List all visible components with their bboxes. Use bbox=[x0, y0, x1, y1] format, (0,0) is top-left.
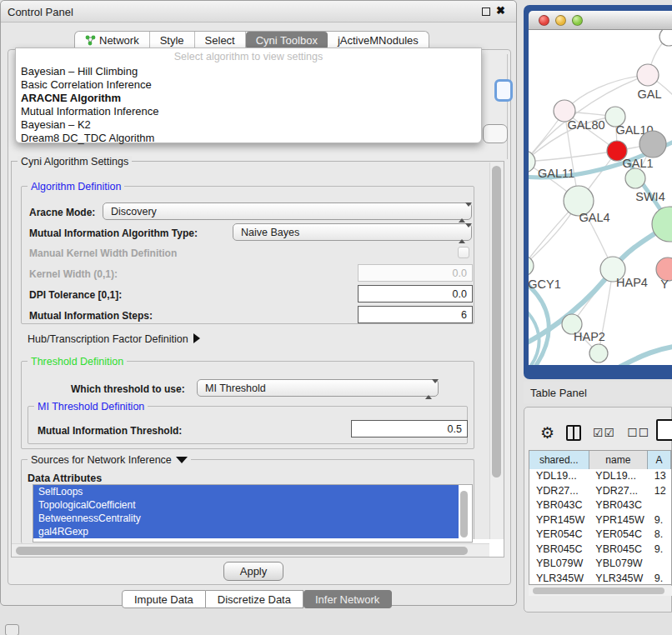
hidden-focused-combo-fragment bbox=[494, 79, 513, 102]
list-scrollbar[interactable] bbox=[460, 491, 468, 538]
settings-vertical-scrollbar[interactable] bbox=[489, 162, 503, 542]
network-node-gal[interactable] bbox=[637, 64, 659, 86]
table-row[interactable]: YER054CYER054C8. bbox=[529, 528, 671, 542]
expand-right-icon bbox=[193, 333, 200, 343]
attribute-list-item[interactable]: gal4RGexp bbox=[33, 525, 459, 538]
kernel-width-label: Kernel Width (0,1): bbox=[29, 268, 118, 280]
bottom-tab-impute-data[interactable]: Impute Data bbox=[122, 590, 206, 608]
network-node-gcy1[interactable] bbox=[529, 256, 534, 276]
which-threshold-combo[interactable]: MI Threshold bbox=[197, 379, 439, 397]
threshold-definition-title: Threshold Definition bbox=[28, 356, 127, 368]
network-node-label: Y bbox=[660, 278, 669, 291]
sources-toggle[interactable]: Sources for Network Inference bbox=[28, 454, 191, 466]
bottom-tab-discretize-data[interactable]: Discretize Data bbox=[206, 590, 303, 608]
table-header-row: shared...nameA bbox=[529, 451, 671, 469]
network-node-swi4[interactable] bbox=[625, 168, 645, 188]
table-cell: 9. bbox=[648, 542, 671, 558]
bottom-tab-bar: Impute DataDiscretize DataInfer Network bbox=[122, 590, 392, 608]
network-node[interactable] bbox=[589, 344, 608, 362]
table-cell bbox=[648, 557, 671, 572]
control-panel-titlebar[interactable]: Control Panel ✖ bbox=[1, 1, 516, 22]
float-window-icon[interactable] bbox=[482, 8, 490, 16]
table-cell: YDR27... bbox=[589, 484, 647, 499]
table-row[interactable]: YDL19...YDL19...13 bbox=[529, 469, 671, 484]
expand-down-icon bbox=[176, 457, 188, 463]
table-cell bbox=[648, 498, 671, 513]
table-cell: YBR043C bbox=[589, 498, 647, 513]
table-row[interactable]: YPR145WYPR145W9. bbox=[529, 513, 671, 528]
network-node-label: GCY1 bbox=[529, 278, 561, 291]
aracne-mode-combo[interactable]: Discovery bbox=[103, 202, 472, 220]
table-column-header[interactable]: A bbox=[648, 451, 671, 469]
combo-spinner-icon bbox=[459, 207, 465, 218]
table-cell: YBR043C bbox=[529, 498, 589, 513]
table-cell: YLR345W bbox=[589, 572, 647, 586]
network-node-label: HAP2 bbox=[574, 330, 605, 343]
network-node-label: GAL11 bbox=[538, 167, 574, 180]
network-edge bbox=[529, 151, 617, 162]
algorithm-option[interactable]: Dream8 DC_TDC Algorithm bbox=[16, 132, 481, 145]
algorithm-option[interactable]: Mutual Information Inference bbox=[16, 105, 481, 118]
manual-kernel-width-checkbox[interactable] bbox=[458, 247, 469, 258]
mi-threshold-field[interactable]: 0.5 bbox=[351, 420, 468, 438]
table-row[interactable]: YBR045CYBR045C9. bbox=[529, 542, 671, 558]
close-icon[interactable]: ✖ bbox=[496, 4, 505, 17]
network-node-label: HAP4 bbox=[616, 276, 648, 289]
close-traffic-light-icon[interactable] bbox=[539, 15, 549, 26]
hidden-group-border bbox=[507, 54, 508, 159]
table-row[interactable]: YDR27...YDR27...12 bbox=[529, 484, 671, 499]
hub-definition-toggle[interactable]: Hub/Transcription Factor Definition bbox=[28, 333, 200, 345]
table-cell: YDR27... bbox=[529, 484, 589, 499]
gear-icon[interactable]: ⚙ bbox=[540, 423, 554, 442]
dpi-tolerance-field[interactable]: 0.0 bbox=[358, 285, 473, 302]
network-node-label: GAL80 bbox=[567, 118, 604, 132]
algorithm-option[interactable]: Basic Correlation Inference bbox=[16, 78, 481, 92]
select-all-icon[interactable]: ☑☑ bbox=[593, 426, 615, 439]
settings-horizontal-scrollbar[interactable] bbox=[12, 543, 489, 557]
deselect-all-icon[interactable]: ☐☐ bbox=[627, 426, 649, 439]
table-cell: YPR145W bbox=[589, 513, 647, 528]
tab-network[interactable]: Network bbox=[75, 32, 150, 49]
network-node-label: SWI4 bbox=[635, 190, 664, 203]
network-window-titlebar[interactable] bbox=[529, 11, 672, 30]
attribute-list-item[interactable]: SelfLoops bbox=[33, 485, 459, 498]
mi-algorithm-type-combo[interactable]: Naive Bayes bbox=[233, 223, 472, 241]
algorithm-option[interactable]: ARACNE Algorithm bbox=[16, 92, 481, 105]
network-node[interactable] bbox=[659, 30, 672, 46]
network-node[interactable] bbox=[652, 207, 672, 242]
new-table-icon[interactable] bbox=[656, 419, 672, 441]
apply-button[interactable]: Apply bbox=[223, 562, 283, 581]
network-node-label: GAL4 bbox=[579, 211, 609, 224]
mi-steps-field[interactable]: 6 bbox=[358, 306, 473, 323]
settings-group-title: Cyni Algorithm Settings bbox=[18, 156, 132, 168]
zoom-traffic-light-icon[interactable] bbox=[572, 15, 583, 26]
algorithm-option[interactable]: Bayesian – Hill Climbing bbox=[16, 65, 481, 78]
tab-cyni-toolbox[interactable]: Cyni Toolbox bbox=[246, 32, 328, 49]
split-panel-icon[interactable] bbox=[566, 425, 581, 441]
table-panel-titlebar[interactable]: Table Panel bbox=[524, 382, 672, 403]
attribute-list-item[interactable]: TopologicalCoefficient bbox=[33, 498, 459, 512]
table-column-header[interactable]: name bbox=[589, 451, 649, 469]
table-column-header[interactable]: shared... bbox=[529, 451, 589, 469]
tab-style[interactable]: Style bbox=[150, 32, 195, 49]
manual-kernel-width-label: Manual Kernel Width Definition bbox=[29, 248, 177, 259]
bottom-tab-infer-network[interactable]: Infer Network bbox=[303, 590, 392, 608]
table-row[interactable]: YBL079WYBL079W bbox=[529, 557, 671, 572]
kernel-width-field[interactable]: 0.0 bbox=[358, 264, 473, 282]
network-canvas[interactable]: GALGAL80GAL10GAL1GAL11SWI4GAL4GCY1HAP4YH… bbox=[529, 30, 672, 365]
table-row[interactable]: YLR345WYLR345W9. bbox=[529, 572, 671, 586]
table-row[interactable]: YBR043CYBR043C bbox=[529, 498, 671, 513]
table-cell: YBL079W bbox=[589, 557, 647, 572]
tab-select[interactable]: Select bbox=[195, 32, 246, 49]
data-attributes-list[interactable]: SelfLoopsTopologicalCoefficientBetweenne… bbox=[33, 484, 473, 542]
mi-algorithm-type-label: Mutual Information Algorithm Type: bbox=[29, 228, 198, 239]
table-scrollbar-thumb[interactable] bbox=[533, 588, 664, 594]
algorithm-option[interactable]: Bayesian – K2 bbox=[16, 118, 481, 132]
network-node[interactable] bbox=[639, 131, 666, 158]
minimize-traffic-light-icon[interactable] bbox=[555, 15, 566, 26]
tab-jactivemnodules[interactable]: jActiveMNodules bbox=[328, 32, 429, 49]
attribute-table[interactable]: shared...nameA YDL19...YDL19...13YDR27..… bbox=[529, 450, 672, 585]
algorithm-dropdown[interactable]: Select algorithm to view settings Bayesi… bbox=[15, 48, 482, 143]
attribute-list-item[interactable]: BetweennessCentrality bbox=[33, 512, 459, 525]
collapsed-panel-chip[interactable] bbox=[5, 624, 19, 635]
